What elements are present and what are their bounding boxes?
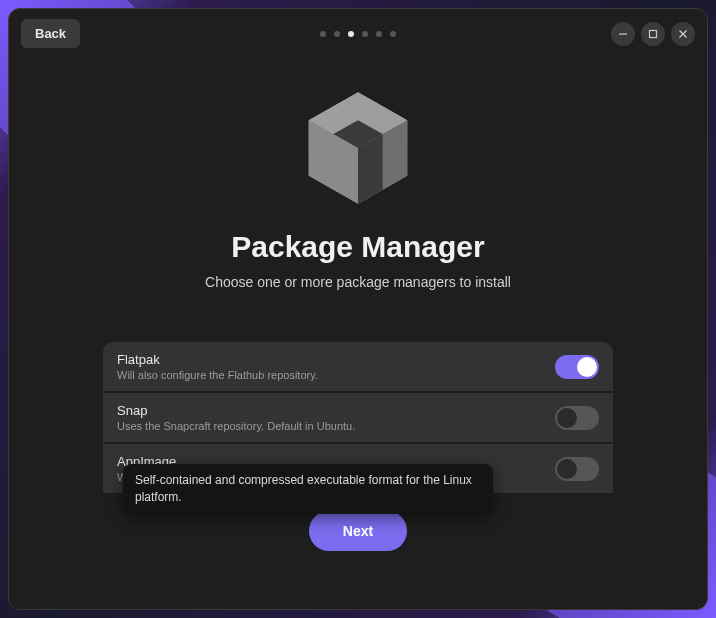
setup-window: Back: [8, 8, 708, 610]
minimize-button[interactable]: [611, 22, 635, 46]
minimize-icon: [618, 29, 628, 39]
option-text: Flatpak Will also configure the Flathub …: [117, 352, 318, 381]
titlebar: Back: [9, 9, 707, 58]
maximize-button[interactable]: [641, 22, 665, 46]
page-subtitle: Choose one or more package managers to i…: [205, 274, 511, 290]
svg-rect-1: [650, 30, 657, 37]
option-flatpak: Flatpak Will also configure the Flathub …: [103, 342, 613, 391]
appimage-tooltip: Self-contained and compressed executable…: [123, 464, 493, 514]
page-dot: [320, 31, 326, 37]
page-dot: [376, 31, 382, 37]
page-dot: [334, 31, 340, 37]
close-button[interactable]: [671, 22, 695, 46]
content-area: Package Manager Choose one or more packa…: [9, 58, 707, 609]
page-dot: [390, 31, 396, 37]
maximize-icon: [648, 29, 658, 39]
back-button[interactable]: Back: [21, 19, 80, 48]
options-list: Flatpak Will also configure the Flathub …: [103, 342, 613, 493]
page-indicator: [320, 31, 396, 37]
appimage-toggle[interactable]: [555, 457, 599, 481]
snap-toggle[interactable]: [555, 406, 599, 430]
option-title: Flatpak: [117, 352, 318, 367]
option-text: Snap Uses the Snapcraft repository. Defa…: [117, 403, 355, 432]
option-description: Uses the Snapcraft repository. Default i…: [117, 420, 355, 432]
page-title: Package Manager: [231, 230, 484, 264]
flatpak-toggle[interactable]: [555, 355, 599, 379]
package-box-icon: [303, 88, 413, 208]
next-button[interactable]: Next: [309, 511, 407, 551]
svg-rect-0: [619, 33, 627, 34]
option-snap: Snap Uses the Snapcraft repository. Defa…: [103, 393, 613, 442]
option-title: Snap: [117, 403, 355, 418]
close-icon: [678, 29, 688, 39]
page-dot: [362, 31, 368, 37]
option-description: Will also configure the Flathub reposito…: [117, 369, 318, 381]
window-controls: [611, 22, 695, 46]
page-dot-active: [348, 31, 354, 37]
